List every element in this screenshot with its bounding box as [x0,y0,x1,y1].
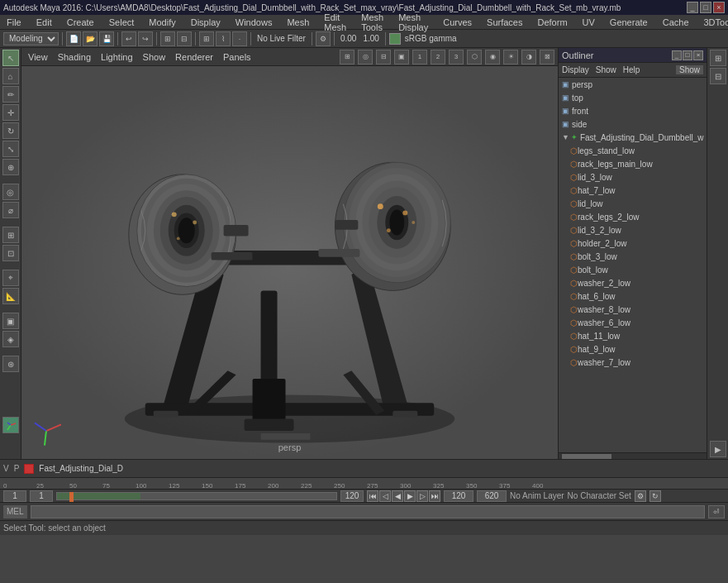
menu-curves[interactable]: Curves [440,17,475,27]
new-file-btn[interactable]: 📄 [66,31,81,46]
close-button[interactable]: × [713,2,725,13]
tree-item-front[interactable]: ▣ front [559,104,707,117]
camera-icon[interactable]: ⊞ [340,50,354,65]
isolate-btn[interactable]: ◎ [358,50,373,65]
tree-item-lid3[interactable]: ⬡ lid_3_low [559,170,707,184]
anim-range-end-input[interactable] [477,490,507,502]
tree-item-holder2[interactable]: ⬡ holder_2_low [559,237,707,250]
tree-item-persp[interactable]: ▣ persp [559,78,707,91]
smooth-btn[interactable]: ◉ [485,50,500,65]
menu-surfaces[interactable]: Surfaces [483,17,526,27]
display-1[interactable]: 1 [412,50,427,65]
tree-item-legs-stand[interactable]: ⬡ legs_stand_low [559,144,707,157]
tree-item-rack-legs[interactable]: ⬡ rack_legs_main_low [559,157,707,170]
3d-viewport[interactable]: persp [21,66,558,459]
grid-btn[interactable]: ⊟ [376,50,391,65]
redo-btn[interactable]: ↪ [138,31,153,46]
timeline-range-bar[interactable] [56,492,337,500]
show-button[interactable]: Show [676,65,703,74]
maximize-button[interactable]: □ [700,2,711,13]
play-back-btn[interactable]: ◀ [392,490,403,502]
timeline-playhead[interactable] [69,492,74,502]
menu-windows[interactable]: Windows [232,17,276,27]
open-btn[interactable]: 📂 [83,31,98,46]
outliner-maximize[interactable]: □ [683,50,692,60]
view-menu[interactable]: View [25,52,51,62]
menu-generate[interactable]: Generate [607,17,651,27]
tree-item-rack-legs2[interactable]: ⬡ rack_legs_2_low [559,210,707,223]
tree-item-hat6[interactable]: ⬡ hat_6_low [559,289,707,303]
tree-item-hat7[interactable]: ⬡ hat_7_low [559,184,707,197]
move-tool-btn[interactable]: ✛ [2,104,19,121]
menu-file[interactable]: File [3,17,25,27]
menu-3dtoo[interactable]: 3DToo... [701,17,729,27]
paint-tool-btn[interactable]: ✏ [2,86,19,103]
h-scroll-thumb[interactable] [562,454,611,459]
snap-btn[interactable]: ⌖ [2,270,19,286]
settings-btn[interactable]: ⚙ [635,490,646,502]
tree-item-hat11[interactable]: ⬡ hat_11_low [559,329,707,342]
outliner-menu-show[interactable]: Show [596,65,616,74]
hud-btn[interactable]: ▣ [394,50,409,65]
go-to-end-btn[interactable]: ⏭ [429,490,440,502]
outliner-menu-help[interactable]: Help [623,65,640,74]
lasso-tool-btn[interactable]: ⌂ [2,68,19,84]
menu-select[interactable]: Select [106,17,138,27]
display-3[interactable]: 3 [449,50,464,65]
tree-item-washer6[interactable]: ⬡ washer_6_low [559,316,707,329]
light-btn[interactable]: ☀ [503,50,518,65]
panels-menu[interactable]: Panels [220,52,255,62]
tree-item-washer2[interactable]: ⬡ washer_2_low [559,276,707,289]
wireframe-btn[interactable]: ⬡ [467,50,482,65]
right-btn-2[interactable]: ⊟ [710,68,726,84]
menu-display[interactable]: Display [188,17,224,27]
step-fwd-btn[interactable]: ▷ [416,490,428,502]
menu-create[interactable]: Create [64,17,98,27]
outliner-tree[interactable]: ▣ persp ▣ top ▣ front ▣ side ▼ ✦ Fast_Ad… [559,78,707,452]
tree-item-main-group[interactable]: ▼ ✦ Fast_Adjusting_Dial_Dumbbell_w [559,131,707,144]
select-by-hierarchy-btn[interactable]: ⊞ [160,31,175,46]
outliner-h-scrollbar[interactable] [559,452,707,459]
outliner-close[interactable]: × [693,50,703,60]
go-to-start-btn[interactable]: ⏮ [367,490,378,502]
menu-mesh-tools[interactable]: Mesh Tools [358,12,387,32]
outliner-minimize[interactable]: _ [672,50,682,60]
tree-item-bolt[interactable]: ⬡ bolt_low [559,263,707,276]
soft-sel-btn[interactable]: ◎ [2,184,19,200]
outliner-menu-display[interactable]: Display [562,65,589,74]
construction-btn[interactable]: ⚙ [316,31,331,46]
display-2[interactable]: 2 [431,50,445,65]
ipr-btn[interactable]: ◈ [2,331,19,347]
cycle-btn[interactable]: ↻ [649,490,661,502]
render-region-btn[interactable]: ▣ [2,313,19,329]
window-controls[interactable]: _ □ × [687,2,725,13]
redirect-btn[interactable]: ⊡ [2,245,19,261]
snap-curve-btn[interactable]: ⌇ [216,31,231,46]
scale-tool-btn[interactable]: ⤡ [2,141,19,157]
renderer-menu[interactable]: Renderer [172,52,216,62]
mode-dropdown[interactable]: Modeling [3,32,59,45]
menu-deform[interactable]: Deform [534,17,570,27]
menu-modify[interactable]: Modify [145,17,178,27]
measure-btn[interactable]: 📐 [2,288,19,304]
sculpt-btn[interactable]: ⌀ [2,202,19,218]
tree-item-lid32[interactable]: ⬡ lid_3_2_low [559,223,707,237]
snap-grid-btn[interactable]: ⊞ [199,31,214,46]
playback-controls[interactable]: ⏮ ◁ ◀ ▶ ▷ ⏭ [367,490,440,502]
show-manip-btn[interactable]: ⊞ [2,227,19,243]
menu-edit-mesh[interactable]: Edit Mesh [321,12,350,32]
menu-mesh-display[interactable]: Mesh Display [395,12,431,32]
anim-end-input[interactable] [444,490,473,502]
universal-tool-btn[interactable]: ⊕ [2,159,19,175]
start-frame-input[interactable] [3,490,26,502]
snap-point-btn[interactable]: · [232,31,247,46]
show-menu[interactable]: Show [140,52,169,62]
tree-item-hat9[interactable]: ⬡ hat_9_low [559,342,707,356]
tree-item-washer8[interactable]: ⬡ washer_8_low [559,303,707,316]
select-by-component-btn[interactable]: ⊟ [177,31,192,46]
rotate-tool-btn[interactable]: ↻ [2,122,19,139]
right-btn-1[interactable]: ⊞ [710,50,726,66]
lighting-menu[interactable]: Lighting [98,52,136,62]
undo-btn[interactable]: ↩ [121,31,136,46]
current-frame-input[interactable] [30,490,53,502]
